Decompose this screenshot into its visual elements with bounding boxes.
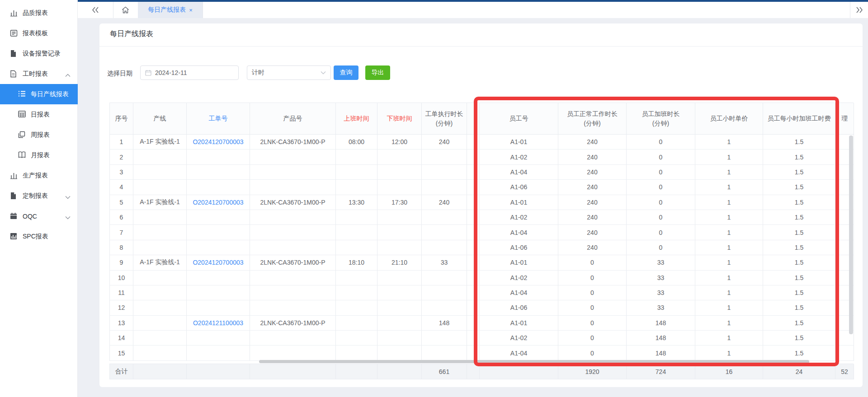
table-cell: 0 [627, 225, 695, 240]
total-cell: 24 [763, 364, 835, 379]
query-button[interactable]: 查询 [334, 65, 359, 80]
table-cell: 1 [695, 240, 763, 255]
table-cell: 6 [110, 210, 133, 225]
work-order-link[interactable]: O2024120700003 [187, 255, 250, 270]
doc-lines-icon [10, 29, 18, 37]
table-cell: 0 [627, 165, 695, 180]
table-cell [187, 240, 250, 255]
calendar-icon [145, 70, 151, 76]
date-input[interactable]: 2024-12-11 [140, 65, 239, 80]
table-row: 6A1-02240011.5 [110, 210, 854, 225]
sidebar-item-5[interactable]: 每日产线报表 [0, 84, 78, 104]
table-cell: 240 [422, 135, 467, 149]
table-cell [250, 271, 336, 285]
table-cell [133, 331, 187, 346]
table-cell [187, 210, 250, 225]
table-cell: 240 [558, 225, 627, 240]
table-cell: 148 [627, 316, 695, 331]
type-select[interactable]: 计时 [247, 65, 331, 80]
sidebar-item-1[interactable]: 品质报表 [0, 3, 78, 23]
table-cell: A1-06 [480, 240, 558, 255]
work-order-link[interactable]: O2024120700003 [187, 195, 250, 210]
table-cell [133, 285, 187, 300]
table-cell [336, 180, 377, 195]
table-cell: A-1F 实验线-1 [133, 135, 187, 149]
collapse-sidebar-button[interactable] [78, 2, 113, 18]
tab-daily-line-report[interactable]: 每日产线报表 × [138, 2, 203, 18]
table-cell [377, 300, 422, 315]
work-order-link[interactable]: O2024120700003 [187, 135, 250, 149]
table-cell: A1-06 [480, 300, 558, 315]
table-cell [250, 331, 336, 346]
table-cell: 240 [422, 195, 467, 210]
export-button[interactable]: 导出 [365, 65, 390, 80]
table-cell: 1 [695, 316, 763, 331]
table-cell [187, 271, 250, 285]
table-cell: 1.5 [763, 149, 835, 164]
horizontal-scrollbar-thumb[interactable] [259, 360, 809, 363]
sidebar: 品质报表报表模板设备报警记录工时报表每日产线报表日报表周报表月报表生产报表定制报… [0, 0, 78, 397]
table-cell [187, 225, 250, 240]
table-cell [336, 225, 377, 240]
table-cell [467, 210, 480, 225]
table-cell: 2LNK-CA3670-1M00-P [250, 195, 336, 210]
total-cell [133, 364, 187, 379]
sidebar-item-2[interactable]: 报表模板 [0, 23, 78, 43]
table-cell: 1 [695, 180, 763, 195]
table-row: 3A1-04240011.5 [110, 165, 854, 180]
sidebar-item-4[interactable]: 工时报表 [0, 64, 78, 84]
table-cell: 0 [558, 255, 627, 270]
title-divider [99, 46, 863, 47]
table-row: 15A1-04014811.5 [110, 346, 854, 360]
table-cell: 33 [627, 300, 695, 315]
sidebar-item-6[interactable]: 日报表 [0, 104, 78, 125]
table-cell [187, 285, 250, 300]
file-icon [10, 50, 18, 57]
table-cell [250, 165, 336, 180]
sidebar-item-8[interactable]: 月报表 [0, 145, 78, 165]
table-cell: 1.5 [763, 240, 835, 255]
table-cell [467, 300, 480, 315]
table-cell: 148 [627, 346, 695, 360]
table-row: 7A1-04240011.5 [110, 225, 854, 240]
table-cell: 0 [627, 195, 695, 210]
column-header: 工单执行时长(分钟) [422, 103, 467, 135]
table-cell [467, 165, 480, 180]
sidebar-item-3[interactable]: 设备报警记录 [0, 43, 78, 64]
table-cell [422, 271, 467, 285]
table-cell: 2 [110, 149, 133, 164]
table-cell [377, 316, 422, 331]
table-cell: 1.5 [763, 195, 835, 210]
sidebar-item-10[interactable]: 定制报表 [0, 186, 78, 206]
table-cell: 1 [695, 165, 763, 180]
sidebar-item-11[interactable]: OQC [0, 206, 78, 226]
table-cell: 0 [627, 149, 695, 164]
home-icon [122, 6, 129, 14]
sidebar-item-7[interactable]: 周报表 [0, 125, 78, 145]
expand-tabs-button[interactable] [850, 2, 868, 18]
table-row: 1A-1F 实验线-1O20241207000032LNK-CA3670-1M0… [110, 135, 854, 149]
table-total-row: 合计6611920724162452 [109, 364, 854, 379]
table-cell: A1-04 [480, 346, 558, 360]
table-cell [377, 331, 422, 346]
work-order-link[interactable]: O2024121100003 [187, 316, 250, 331]
page-title: 每日产线报表 [110, 29, 153, 39]
table-cell: 0 [558, 285, 627, 300]
table-cell: 1.5 [763, 180, 835, 195]
table-row: 4A1-06240011.5 [110, 180, 854, 195]
sidebar-item-9[interactable]: 生产报表 [0, 165, 78, 186]
sidebar-item-12[interactable]: SPC报表 [0, 226, 78, 247]
table-cell: 5 [110, 195, 133, 210]
total-cell [336, 364, 377, 379]
table-header-row: 序号产线工单号产品号上班时间下班时间工单执行时长(分钟)员工号员工正常工作时长(… [110, 103, 854, 135]
file-icon [10, 192, 18, 200]
table-cell [187, 180, 250, 195]
close-tab-icon[interactable]: × [189, 7, 193, 14]
table-body: 1A-1F 实验线-1O20241207000032LNK-CA3670-1M0… [110, 135, 854, 361]
table-cell: 17:30 [377, 195, 422, 210]
calendar-icon [10, 212, 18, 220]
table-cell: 21:10 [377, 255, 422, 270]
table-cell [422, 346, 467, 360]
vertical-scrollbar-thumb[interactable] [849, 135, 853, 334]
home-tab[interactable] [113, 2, 138, 18]
